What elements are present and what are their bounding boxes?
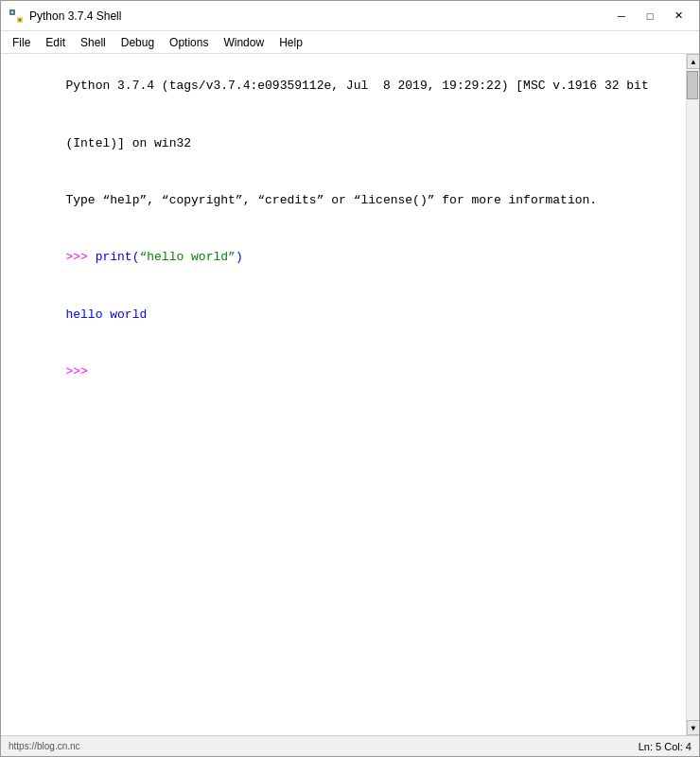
menu-window[interactable]: Window (216, 34, 271, 51)
window-controls: ─ □ ✕ (608, 7, 691, 26)
svg-point-3 (19, 18, 22, 21)
scroll-track[interactable] (687, 69, 699, 720)
shell-wrapper: Python 3.7.4 (tags/v3.7.4:e09359112e, Ju… (1, 54, 699, 735)
menu-debug[interactable]: Debug (114, 34, 162, 51)
menu-edit[interactable]: Edit (38, 34, 73, 51)
svg-point-2 (11, 10, 14, 13)
prompt1: >>> (65, 250, 95, 264)
minimize-button[interactable]: ─ (608, 7, 635, 26)
prompt2: >>> (65, 364, 95, 378)
string-arg: “hello world” (139, 250, 235, 264)
status-position: Ln: 5 Col: 4 (639, 741, 691, 752)
menu-options[interactable]: Options (162, 34, 216, 51)
menu-bar: File Edit Shell Debug Options Window Hel… (1, 31, 699, 54)
shell-content[interactable]: Python 3.7.4 (tags/v3.7.4:e09359112e, Ju… (1, 54, 686, 735)
status-bar: https://blog.cn.nc Ln: 5 Col: 4 (1, 735, 699, 756)
command-text: print( (96, 250, 140, 264)
main-window: Python 3.7.4 Shell ─ □ ✕ File Edit Shell… (0, 0, 700, 757)
startup-line1: Python 3.7.4 (tags/v3.7.4:e09359112e, Ju… (7, 58, 680, 114)
command-line: >>> print(“hello world”) (7, 229, 680, 286)
vertical-scrollbar[interactable]: ▲ ▼ (686, 54, 699, 735)
close-button[interactable]: ✕ (665, 7, 691, 26)
maximize-button[interactable]: □ (637, 7, 663, 26)
startup-line2: (Intel)] on win32 (7, 114, 680, 171)
scroll-up-arrow[interactable]: ▲ (687, 54, 699, 69)
menu-shell[interactable]: Shell (73, 34, 114, 51)
command-end: ) (236, 250, 243, 264)
output-line: hello world (7, 287, 680, 343)
window-title: Python 3.7.4 Shell (29, 9, 121, 23)
status-url: https://blog.cn.nc (9, 741, 80, 751)
menu-help[interactable]: Help (271, 34, 310, 51)
scroll-thumb[interactable] (687, 71, 698, 99)
title-bar: Python 3.7.4 Shell ─ □ ✕ (1, 1, 699, 31)
output-text: hello world (65, 308, 147, 322)
startup-line3: Type “help”, “copyright”, “credits” or “… (7, 172, 680, 229)
title-bar-left: Python 3.7.4 Shell (9, 9, 121, 24)
python-icon (9, 9, 24, 24)
scroll-down-arrow[interactable]: ▼ (687, 720, 699, 735)
menu-file[interactable]: File (5, 34, 38, 51)
prompt2-line: >>> (7, 343, 680, 400)
